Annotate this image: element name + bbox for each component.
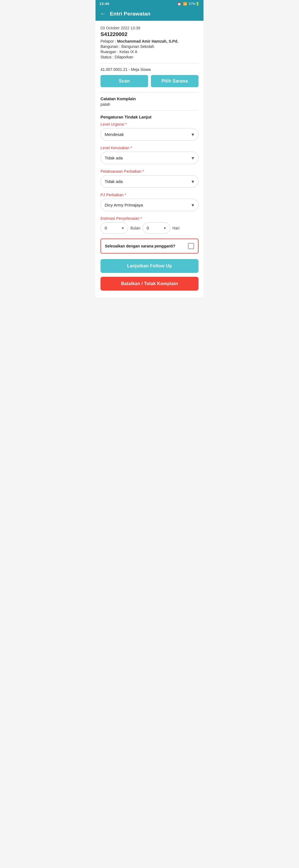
battery-indicator: 57%🔋 bbox=[189, 2, 200, 6]
catatan-label: Catatan Komplain bbox=[100, 96, 199, 101]
estimasi-bulan-select[interactable]: 0 1 2 3 6 12 bbox=[100, 222, 128, 234]
info-bangunan: Bangunan : Bangunan Sekolah bbox=[100, 44, 199, 49]
level-urgensi-select[interactable]: Mendesak Normal Rendah bbox=[100, 128, 199, 141]
batalkan-button[interactable]: Batalkan / Tolak Komplain bbox=[100, 277, 199, 290]
status-label: Status : bbox=[100, 55, 115, 59]
level-urgensi-label: Level Urgensi * bbox=[100, 122, 199, 126]
level-kerusakan-select[interactable]: Tidak ada Ringan Sedang Berat bbox=[100, 152, 199, 164]
scan-button[interactable]: Scan bbox=[100, 75, 148, 87]
estimasi-label: Estimasi Penyelesaian * bbox=[100, 216, 199, 221]
estimasi-row: 0 1 2 3 6 12 ▾ Bulan 0 1 7 14 30 ▾ Hari bbox=[100, 222, 199, 234]
pj-wrapper: Dicy Army Primajaya Lainnya ▾ bbox=[100, 199, 199, 211]
pelaksanaan-label: Pelaksanaan Perbaikan * bbox=[100, 169, 199, 174]
ruangan-label: Ruangan : bbox=[100, 50, 120, 54]
required-marker: * bbox=[125, 122, 127, 126]
page-title: Entri Perawatan bbox=[110, 11, 151, 17]
estimasi-bulan-wrapper: 0 1 2 3 6 12 ▾ bbox=[100, 222, 128, 234]
status-value: Dilaporkan bbox=[115, 55, 133, 59]
required-marker-3: * bbox=[143, 169, 144, 174]
action-buttons-row: Scan Pilih Sarana bbox=[100, 75, 199, 87]
pengaturan-title: Pengaturan Tindak Lanjut bbox=[100, 115, 199, 119]
status-bar-icons: ⏰ 📶 57%🔋 bbox=[177, 2, 200, 6]
bottom-pad: Batalkan / Tolak Komplain bbox=[100, 277, 199, 297]
pelapor-value: Mochammad Amir Hamzah, S.Pd. bbox=[117, 39, 178, 43]
status-bar-time: 13:40 bbox=[99, 2, 109, 6]
required-marker-2: * bbox=[130, 146, 132, 150]
catatan-value: patah bbox=[100, 102, 199, 106]
info-ruangan: Ruangan : Kelas IX A bbox=[100, 50, 199, 54]
pj-label: PJ Perbaikan * bbox=[100, 193, 199, 197]
asset-code: 41.007.0001.21 - Meja Siswa bbox=[100, 67, 199, 72]
level-urgensi-wrapper: Mendesak Normal Rendah ▾ bbox=[100, 128, 199, 141]
info-pelapor: Pelapor : Mochammad Amir Hamzah, S.Pd. bbox=[100, 39, 199, 43]
level-kerusakan-label: Level Kerusakan * bbox=[100, 146, 199, 150]
selesaikan-section: Selesaikan dengan sarana pengganti? bbox=[100, 239, 199, 253]
hari-label: Hari bbox=[173, 226, 180, 230]
alarm-icon: ⏰ bbox=[177, 2, 181, 6]
pelaksanaan-wrapper: Tidak ada Internal Eksternal ▾ bbox=[100, 175, 199, 188]
estimasi-hari-wrapper: 0 1 7 14 30 ▾ bbox=[143, 222, 170, 234]
wifi-icon: 📶 bbox=[183, 2, 187, 6]
lanjutkan-button[interactable]: Lanjutkan Follow Up bbox=[100, 259, 199, 273]
pelapor-label: Pelapor : bbox=[100, 39, 117, 43]
selesaikan-label: Selesaikan dengan sarana pengganti? bbox=[105, 244, 175, 248]
status-bar: 13:40 ⏰ 📶 57%🔋 bbox=[95, 0, 204, 7]
divider-1 bbox=[100, 63, 199, 63]
bangunan-label: Bangunan : bbox=[100, 44, 122, 49]
required-marker-4: * bbox=[125, 193, 126, 197]
bangunan-value: Bangunan Sekolah bbox=[122, 44, 154, 49]
ruangan-value: Kelas IX A bbox=[120, 50, 138, 54]
info-id: S41220002 bbox=[100, 31, 199, 37]
bulan-label: Bulan bbox=[130, 226, 140, 230]
estimasi-hari-select[interactable]: 0 1 7 14 30 bbox=[143, 222, 170, 234]
info-date: 03 October 2022 13:39 bbox=[100, 26, 199, 30]
selesaikan-checkbox[interactable] bbox=[188, 243, 194, 249]
pelaksanaan-select[interactable]: Tidak ada Internal Eksternal bbox=[100, 175, 199, 188]
main-content: 03 October 2022 13:39 S41220002 Pelapor … bbox=[95, 21, 204, 297]
level-kerusakan-wrapper: Tidak ada Ringan Sedang Berat ▾ bbox=[100, 152, 199, 164]
info-status: Status : Dilaporkan bbox=[100, 55, 199, 59]
required-marker-5: * bbox=[141, 216, 142, 221]
topbar: ← Entri Perawatan bbox=[95, 7, 204, 21]
pilih-sarana-button[interactable]: Pilih Sarana bbox=[151, 75, 199, 87]
back-button[interactable]: ← bbox=[100, 11, 106, 17]
pj-select[interactable]: Dicy Army Primajaya Lainnya bbox=[100, 199, 199, 211]
divider-3 bbox=[100, 111, 199, 111]
